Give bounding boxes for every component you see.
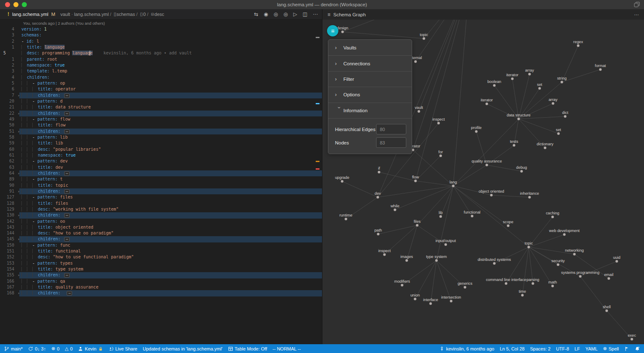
code-line[interactable]: 166 - pattern: qa: [0, 278, 322, 284]
prev-change-icon[interactable]: ◎: [273, 11, 278, 17]
fold-chevron-icon[interactable]: ›: [16, 129, 21, 134]
code-line[interactable]: 61 namespace: true: [0, 152, 322, 158]
panel-section-vaults[interactable]: ›Vaults: [328, 40, 412, 55]
breadcrumb-item[interactable]: lang.schema.yml: [74, 12, 109, 17]
code-line[interactable]: 62 - pattern: dev: [0, 158, 322, 164]
open-changes-icon[interactable]: ◉: [264, 11, 268, 17]
graph-node[interactable]: [414, 180, 417, 182]
graph-node[interactable]: [521, 294, 524, 296]
graph-node[interactable]: [377, 196, 379, 198]
code-line[interactable]: 3 template: l.temp: [0, 68, 322, 74]
more-actions-icon[interactable]: ⋯: [313, 11, 318, 17]
code-line[interactable]: 21 title: data structure: [0, 104, 322, 110]
graph-menu-button[interactable]: ≡: [327, 25, 338, 36]
split-editor-icon[interactable]: ◫: [303, 11, 307, 17]
graph-node[interactable]: [437, 122, 440, 124]
breadcrumb-item[interactable]: schemas: [117, 12, 135, 17]
graph-node[interactable]: [527, 246, 530, 248]
graph-node[interactable]: [552, 102, 554, 105]
code-line[interactable]: 145› children: ⋯: [0, 236, 322, 242]
panel-field-input[interactable]: [376, 124, 406, 134]
panel-field-input[interactable]: [376, 137, 406, 148]
statusbar-notifications[interactable]: [635, 346, 640, 351]
breadcrumb-item[interactable]: desc: [154, 12, 164, 17]
code-line[interactable]: 89 - pattern: t: [0, 176, 322, 182]
graph-node[interactable]: [511, 77, 514, 80]
graph-node[interactable]: [551, 285, 554, 287]
graph-node[interactable]: [378, 171, 380, 173]
code-line[interactable]: 59 title: lib: [0, 140, 322, 146]
graph-node[interactable]: [444, 243, 447, 246]
statusbar-git-blame[interactable]: kevinslin, 6 months ago: [439, 346, 494, 351]
graph-node[interactable]: [505, 282, 507, 285]
graph-node[interactable]: [532, 282, 534, 285]
graph-node[interactable]: [615, 260, 618, 263]
graph-node[interactable]: [405, 259, 408, 262]
code-line[interactable]: 22› children: ⋯: [0, 111, 322, 116]
code-line[interactable]: 60 desc: "popular libraries": [0, 147, 322, 152]
graph-node[interactable]: [394, 209, 396, 211]
graph-node[interactable]: [493, 84, 496, 87]
graph-node[interactable]: [599, 68, 602, 71]
graph-node[interactable]: [416, 224, 418, 227]
panel-section-information[interactable]: ›Information: [328, 103, 412, 118]
code-line[interactable]: 144 desc: "how to use oo paradigm": [0, 230, 322, 236]
code-line[interactable]: 142 - pattern: oo: [0, 219, 322, 224]
statusbar-live-share[interactable]: Live Share: [109, 346, 138, 351]
graph-node[interactable]: [464, 286, 466, 289]
code-line[interactable]: 50 title: flow: [0, 122, 322, 128]
graph-node[interactable]: [429, 302, 432, 305]
code-line[interactable]: 143 title: object oriented: [0, 224, 322, 230]
graph-node[interactable]: [528, 73, 531, 75]
graph-node[interactable]: [414, 298, 416, 300]
graph-node[interactable]: [564, 115, 566, 118]
statusbar-account-presence[interactable]: Kevin: [78, 346, 103, 351]
code-line[interactable]: 6 title: operator: [0, 86, 322, 92]
graph-node[interactable]: [557, 263, 559, 266]
code-line[interactable]: 51› children: ⋯: [0, 129, 322, 134]
statusbar-errors[interactable]: ⊗0: [51, 346, 59, 351]
statusbar-feedback[interactable]: [624, 346, 629, 351]
graph-node[interactable]: [439, 215, 442, 218]
code-line[interactable]: 5 desc: programming languagekevinslin, 6…: [0, 50, 322, 56]
code-line[interactable]: 63 title: dev: [0, 165, 322, 170]
code-line[interactable]: 151 title: functional: [0, 248, 322, 254]
fold-chevron-icon[interactable]: ›: [16, 212, 21, 218]
graph-node[interactable]: [435, 259, 438, 262]
code-line[interactable]: 1 title: language: [0, 44, 322, 50]
graph-more-actions-icon[interactable]: ⋯: [634, 12, 639, 18]
graph-node[interactable]: [544, 147, 546, 149]
code-line[interactable]: 1 parent: root: [0, 57, 322, 62]
next-change-icon[interactable]: ◎: [283, 11, 288, 17]
code-line[interactable]: 152 desc: "how to use functional paradig…: [0, 254, 322, 260]
graph-node[interactable]: [557, 132, 560, 135]
graph-node[interactable]: [414, 60, 417, 63]
graph-node[interactable]: [573, 253, 576, 255]
statusbar-table-mode[interactable]: Table Mode: Off: [228, 346, 267, 351]
compare-changes-icon[interactable]: ⇆: [254, 11, 258, 17]
graph-node[interactable]: [377, 233, 379, 235]
graph-node[interactable]: [507, 224, 509, 227]
fold-chevron-icon[interactable]: ›: [16, 188, 21, 194]
code-line[interactable]: 64› children: ⋯: [0, 170, 322, 176]
code-line[interactable]: 3schemas:: [0, 32, 322, 38]
statusbar-git-branch[interactable]: main*: [4, 346, 23, 351]
fold-chevron-icon[interactable]: ›: [16, 93, 21, 98]
graph-node[interactable]: [471, 215, 473, 217]
graph-node[interactable]: [528, 196, 531, 198]
close-button[interactable]: [5, 2, 10, 7]
statusbar-schema-message[interactable]: Updated schemas in 'lang.schema.yml': [143, 346, 222, 351]
graph-node[interactable]: [486, 103, 488, 105]
statusbar-indentation[interactable]: Spaces: 2: [530, 346, 551, 351]
graph-node[interactable]: [401, 284, 403, 286]
code-line[interactable]: 128 title: files: [0, 201, 322, 206]
tab-filename[interactable]: lang.schema.yml: [12, 12, 48, 17]
code-line[interactable]: 150 - pattern: func: [0, 242, 322, 248]
graph-node[interactable]: [605, 309, 608, 312]
code-line[interactable]: 4 children:: [0, 75, 322, 80]
graph-node[interactable]: [383, 253, 386, 256]
code-line[interactable]: 90 title: topic: [0, 183, 322, 188]
panel-section-filter[interactable]: ›Filter: [328, 71, 412, 87]
graph-node[interactable]: [490, 194, 493, 196]
graph-node[interactable]: [439, 155, 442, 157]
